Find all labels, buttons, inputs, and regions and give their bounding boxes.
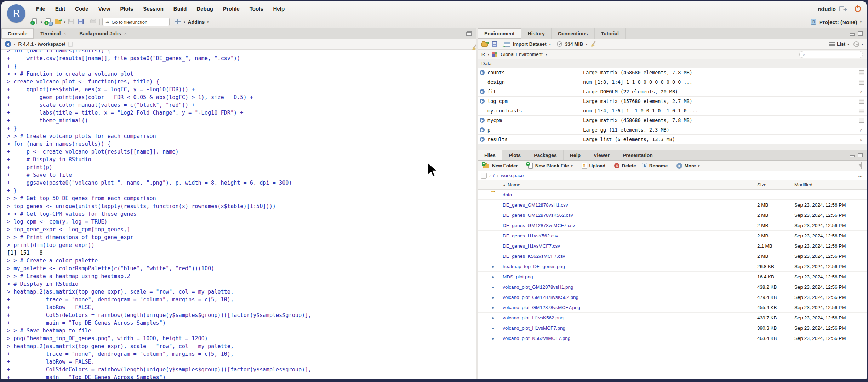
project-selector[interactable]: Project: (None) ▾ (811, 17, 862, 27)
environment-caret-icon[interactable]: ▾ (546, 53, 547, 56)
expand-arrow-icon[interactable] (480, 70, 485, 75)
menu-item[interactable]: Help (268, 2, 290, 16)
file-row[interactable]: volcano_plot_K562vsMCF7.png 463.4 KB Sep… (478, 333, 867, 343)
file-checkbox[interactable] (481, 222, 481, 228)
maximize-pane-icon[interactable] (466, 31, 472, 36)
environment-selector[interactable]: Global Environment (501, 52, 543, 57)
file-checkbox[interactable] (481, 233, 481, 239)
file-name-link[interactable]: MDS_plot.png (503, 274, 757, 279)
open-recent-caret-icon[interactable]: ▾ (64, 20, 66, 24)
r-version-caret-icon[interactable]: ▾ (14, 42, 16, 46)
file-name-link[interactable]: DE_genes_GM12878vsMCF7.csv (503, 223, 757, 228)
expand-arrow-icon[interactable] (480, 118, 485, 123)
menu-item[interactable]: File (31, 2, 50, 16)
file-row[interactable]: DE_genes_GM12878vsMCF7.csv 2 MB Sep 23, … (478, 220, 867, 231)
file-name-link[interactable]: DE_genes_H1vsMCF7.csv (503, 243, 757, 249)
file-row[interactable]: DE_genes_GM12878vsH1.csv 2 MB Sep 23, 20… (478, 200, 867, 210)
menu-item[interactable]: Edit (50, 2, 70, 16)
goto-file-input[interactable] (112, 19, 161, 25)
file-row[interactable]: DE_genes_H1vsMCF7.csv 2.1 MB Sep 23, 202… (478, 241, 867, 251)
import-dataset-button[interactable]: Import Dataset (513, 41, 547, 47)
inspect-object-icon[interactable]: ⌕ (860, 128, 863, 132)
view-table-icon[interactable] (859, 70, 864, 75)
select-all-checkbox[interactable] (481, 173, 487, 179)
environment-tab[interactable]: Environment (478, 28, 521, 39)
file-row[interactable]: volcano_plot_GM12878vsK562.png 479.4 KB … (478, 292, 867, 302)
load-workspace-icon[interactable]: ➜ (481, 41, 489, 47)
file-checkbox[interactable] (481, 284, 481, 290)
files-tab[interactable]: Viewer (587, 150, 616, 160)
environment-object-row[interactable]: mycpm Large matrix (458680 elements, 7.8… (478, 116, 867, 125)
menu-item[interactable]: Plots (115, 2, 138, 16)
inspect-object-icon[interactable]: ⌕ (860, 137, 863, 142)
view-table-icon[interactable] (859, 80, 864, 85)
menu-item[interactable]: View (93, 2, 115, 16)
file-name-link[interactable]: heatmap_top_DE_genes.png (503, 264, 757, 269)
files-tab[interactable]: Presentation (616, 150, 659, 160)
file-row[interactable]: volcano_plot_H1vsMCF7.png 390.3 KB Sep 2… (478, 323, 867, 333)
file-row[interactable]: data (478, 190, 867, 200)
expand-arrow-icon[interactable] (480, 89, 485, 94)
file-row[interactable]: volcano_plot_GM12878vsH1.png 438.2 KB Se… (478, 282, 867, 292)
file-checkbox[interactable] (481, 264, 481, 270)
file-name-link[interactable]: volcano_plot_H1vsMCF7.png (503, 325, 757, 331)
environment-tab[interactable]: History (521, 28, 552, 39)
pane-layout-icon[interactable] (175, 19, 181, 25)
console-tab[interactable]: Background Jobs × (73, 28, 133, 39)
file-row[interactable]: volcano_plot_H1vsK562.png 439.7 KB Sep 2… (478, 313, 867, 323)
files-tab[interactable]: Help (564, 150, 587, 160)
pane-layout-caret-icon[interactable]: ▾ (184, 20, 185, 24)
file-row[interactable]: DE_genes_K562vsMCF7.csv 2 MB Sep 23, 202… (478, 251, 867, 261)
files-tab[interactable]: Plots (502, 150, 527, 160)
expand-arrow-icon[interactable] (480, 99, 485, 104)
open-file-icon[interactable]: ➜ (55, 18, 62, 25)
menu-item[interactable]: Session (138, 2, 169, 16)
file-name-link[interactable]: volcano_plot_GM12878vsH1.png (503, 284, 757, 290)
refresh-environment-icon[interactable] (853, 41, 859, 47)
menu-item[interactable]: Tools (245, 2, 268, 16)
delete-button[interactable]: × Delete (613, 163, 638, 168)
environment-object-row[interactable]: results Large list (6 elements, 13.3 MB)… (478, 135, 867, 144)
view-table-icon[interactable] (859, 118, 864, 123)
memory-usage-label[interactable]: 334 MiB (565, 41, 583, 47)
environment-tab[interactable]: Connections (552, 28, 595, 39)
file-checkbox[interactable] (481, 274, 481, 280)
breadcrumb-root[interactable]: / (493, 173, 495, 178)
environment-tab[interactable]: Tutorial (595, 28, 626, 39)
environment-object-row[interactable]: fit Large DGEGLM (22 elements, 20 MB) ⌕ (478, 87, 867, 97)
environment-object-row[interactable]: log_cpm Large matrix (157680 elements, 2… (478, 97, 867, 106)
menu-item[interactable]: Code (70, 2, 93, 16)
maximize-pane-icon[interactable] (858, 153, 863, 157)
environment-object-row[interactable]: p Large gg (11 elements, 2.3 MB) ⌕ (478, 125, 867, 135)
view-mode-button[interactable]: List (837, 41, 845, 47)
minimize-pane-icon[interactable] (850, 155, 855, 157)
upload-button[interactable]: Upload (580, 163, 607, 169)
sign-out-icon[interactable]: ➜ (839, 6, 847, 12)
size-column-header[interactable]: Size (757, 182, 794, 187)
file-checkbox[interactable] (481, 253, 481, 259)
environment-object-row[interactable]: counts Large matrix (458680 elements, 7.… (478, 68, 867, 77)
file-name-link[interactable]: volcano_plot_H1vsK562.png (503, 315, 757, 320)
memory-caret-icon[interactable]: ▾ (586, 42, 588, 46)
goto-file-box[interactable]: ➜ (102, 18, 170, 26)
file-checkbox[interactable] (481, 305, 481, 311)
language-caret-icon[interactable]: ▾ (488, 53, 490, 56)
file-name-link[interactable]: volcano_plot_K562vsMCF7.png (503, 336, 757, 341)
console-tab[interactable]: Console × (1, 28, 34, 39)
file-row[interactable]: DE_genes_H1vsK562.csv 2 MB Sep 23, 2024,… (478, 231, 867, 241)
clear-environment-icon[interactable] (590, 41, 597, 47)
maximize-pane-icon[interactable] (858, 31, 863, 36)
view-table-icon[interactable] (859, 99, 864, 104)
name-column-header[interactable]: ▲ Name (503, 182, 757, 187)
expand-arrow-icon[interactable] (480, 137, 485, 142)
import-dataset-caret-icon[interactable]: ▾ (549, 42, 551, 46)
print-icon[interactable] (90, 18, 97, 25)
power-icon[interactable] (855, 6, 861, 12)
file-name-link[interactable]: DE_genes_GM12878vsH1.csv (503, 202, 757, 208)
menu-item[interactable]: Profile (218, 2, 245, 16)
inspect-object-icon[interactable]: ⌕ (860, 89, 863, 94)
file-checkbox[interactable] (481, 294, 481, 300)
console-output[interactable]: > for (name in names(results)) {+ write.… (1, 50, 476, 379)
view-table-icon[interactable] (859, 109, 864, 113)
file-checkbox[interactable] (481, 192, 481, 198)
